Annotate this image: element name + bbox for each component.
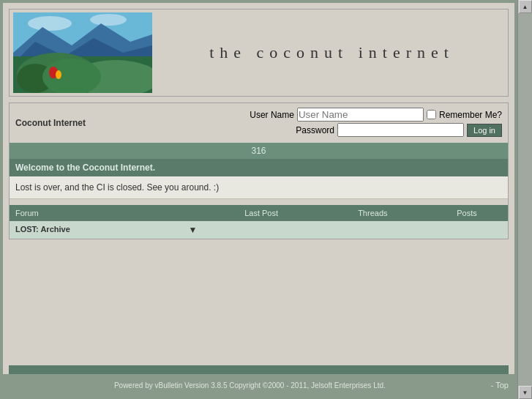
remember-me-label: Remember Me? bbox=[439, 110, 502, 120]
posts-col-header: Posts bbox=[426, 205, 508, 221]
forum-row-name[interactable]: LOST: Archive ▼ bbox=[10, 221, 203, 239]
last-post-col-header: Last Post bbox=[203, 205, 319, 221]
svg-point-11 bbox=[56, 70, 61, 79]
username-input[interactable] bbox=[297, 108, 424, 122]
welcome-bar: Welcome to the Coconut Internet. bbox=[10, 159, 508, 176]
scroll-track[interactable] bbox=[518, 13, 532, 386]
closed-message-area: Lost is over, and the CI is closed. See … bbox=[10, 176, 508, 199]
svg-point-1 bbox=[28, 16, 72, 31]
top-link[interactable]: - Top bbox=[491, 381, 509, 389]
table-row: LOST: Archive ▼ bbox=[10, 221, 508, 239]
forum-col-header: Forum bbox=[10, 205, 203, 221]
app-window: ▲ ▼ bbox=[0, 0, 532, 399]
password-input[interactable] bbox=[337, 123, 464, 137]
login-button[interactable]: Log in bbox=[467, 124, 502, 137]
site-logo-image bbox=[13, 12, 152, 93]
forum-table-header-row: Forum Last Post Threads Posts bbox=[10, 205, 508, 221]
bottom-accent-bar bbox=[9, 365, 509, 374]
content-frame: the coconut internet Coconut Internet Us… bbox=[3, 3, 514, 396]
scroll-up-button[interactable]: ▲ bbox=[519, 0, 532, 13]
page-content: the coconut internet Coconut Internet Us… bbox=[3, 3, 514, 245]
forum-table: Forum Last Post Threads Posts LOST: Arch… bbox=[10, 205, 508, 239]
closed-message: Lost is over, and the CI is closed. See … bbox=[15, 182, 219, 193]
remember-me-checkbox[interactable] bbox=[427, 110, 436, 119]
password-line: Password Log in bbox=[296, 123, 502, 137]
login-row: Coconut Internet User Name Remember Me? … bbox=[10, 103, 508, 143]
forum-name-label: Coconut Internet bbox=[15, 118, 86, 128]
forum-row-threads bbox=[320, 221, 426, 239]
password-label: Password bbox=[296, 125, 334, 135]
site-title: the coconut internet bbox=[209, 43, 454, 62]
scrollbar[interactable]: ▲ ▼ bbox=[517, 0, 532, 399]
footer-text: Powered by vBulletin Version 3.8.5 Copyr… bbox=[9, 381, 491, 389]
threads-col-header: Threads bbox=[320, 205, 426, 221]
main-content-box: Coconut Internet User Name Remember Me? … bbox=[9, 102, 509, 239]
thread-count: 316 bbox=[251, 146, 266, 156]
forum-row-posts bbox=[426, 221, 508, 239]
welcome-text: Welcome to the Coconut Internet. bbox=[15, 163, 155, 173]
username-label: User Name bbox=[250, 110, 294, 120]
site-header: the coconut internet bbox=[9, 9, 509, 97]
site-title-area: the coconut internet bbox=[156, 43, 508, 62]
login-section: User Name Remember Me? Password Log in bbox=[250, 108, 502, 138]
thread-count-bar: 316 bbox=[10, 143, 508, 159]
svg-point-2 bbox=[90, 14, 127, 26]
dropdown-arrow-icon[interactable]: ▼ bbox=[189, 225, 198, 235]
forum-row-last-post bbox=[203, 221, 319, 239]
username-line: User Name Remember Me? bbox=[250, 108, 502, 122]
footer: Powered by vBulletin Version 3.8.5 Copyr… bbox=[3, 374, 514, 396]
scroll-down-button[interactable]: ▼ bbox=[519, 386, 532, 399]
